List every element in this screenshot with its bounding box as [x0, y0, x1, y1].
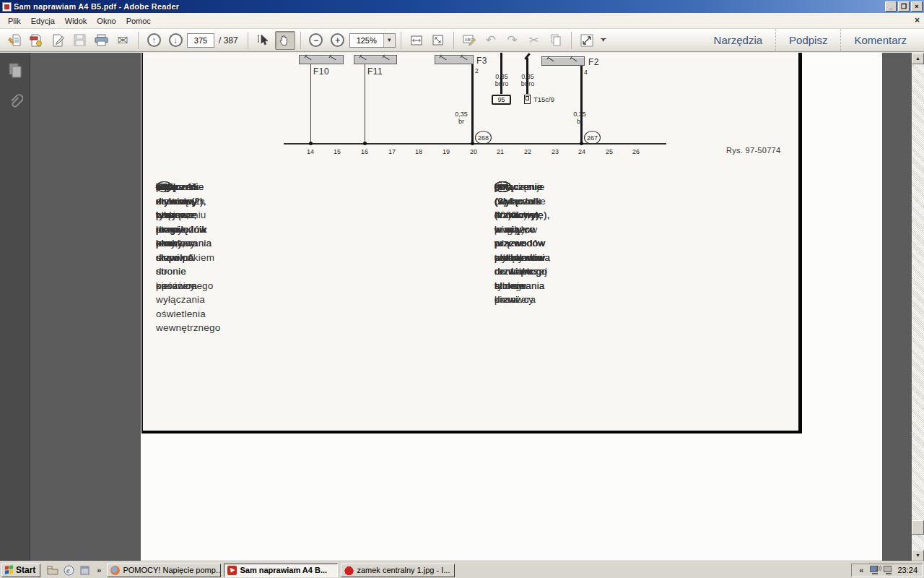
- track-number: 18: [415, 148, 422, 155]
- undo-icon: ↶: [486, 34, 496, 46]
- task-adobe-reader[interactable]: Sam naprawiam A4 B...: [224, 564, 338, 577]
- track-number: 22: [524, 148, 531, 155]
- window-title: Sam naprawiam A4 B5.pdf - Adobe Reader: [14, 2, 884, 11]
- pin-label-f3: 2: [475, 67, 479, 74]
- close-button[interactable]: ×: [911, 1, 923, 12]
- track-number: 21: [497, 148, 504, 155]
- komentarz-button[interactable]: Komentarz: [840, 29, 920, 51]
- cut-icon: ✂: [529, 35, 539, 46]
- menu-pomoc[interactable]: Pomoc: [121, 14, 156, 27]
- attachments-panel-button[interactable]: [4, 92, 26, 113]
- browser-icon[interactable]: e: [62, 564, 75, 577]
- pdf-icon: [227, 566, 237, 575]
- spellcheck-button[interactable]: ABC: [459, 31, 479, 50]
- menu-widok[interactable]: Widok: [60, 14, 92, 27]
- svg-text:e: e: [66, 566, 70, 574]
- menu-okno[interactable]: Okno: [92, 14, 121, 27]
- title-bar: Sam naprawiam A4 B5.pdf - Adobe Reader _…: [0, 0, 924, 13]
- zoom-level-select[interactable]: 125% ▼: [349, 33, 396, 48]
- track-number: 26: [632, 148, 640, 155]
- network-icon[interactable]: ))): [870, 566, 880, 574]
- save-icon: [74, 34, 86, 46]
- undo-button[interactable]: ↶: [481, 31, 501, 50]
- pages-panel-button[interactable]: [4, 60, 26, 82]
- toolbar-separator: [138, 32, 139, 49]
- start-button-label: Start: [16, 565, 35, 575]
- taskbar: Start e » POMOCY! Napięcie pomp... Sam n…: [0, 561, 924, 578]
- create-pdf-button[interactable]: [26, 31, 46, 50]
- fit-width-icon: [410, 35, 423, 46]
- toolbar-separator: [300, 32, 301, 49]
- open-file-icon: [8, 34, 22, 47]
- cut-button[interactable]: ✂: [524, 31, 544, 50]
- zoom-in-button[interactable]: +: [328, 31, 348, 50]
- zoom-out-icon: −: [309, 33, 323, 47]
- toolbar-overflow-caret[interactable]: ▼: [598, 32, 609, 49]
- scroll-up-button[interactable]: ▲: [912, 53, 924, 64]
- spellcheck-icon: ABC: [463, 34, 476, 46]
- hand-tool-button[interactable]: [275, 31, 295, 50]
- zoom-dropdown-icon[interactable]: ▼: [383, 34, 395, 47]
- folder-icon[interactable]: [46, 564, 59, 577]
- page-total-label: / 387: [219, 35, 238, 46]
- fit-page-button[interactable]: [428, 31, 448, 50]
- print-button[interactable]: [91, 31, 111, 50]
- close-document-icon[interactable]: ×: [915, 15, 920, 25]
- menu-bar: Plik Edycja Widok Okno Pomoc ×: [0, 13, 924, 29]
- menu-plik[interactable]: Plik: [3, 14, 26, 27]
- quick-launch-overflow-icon[interactable]: »: [97, 566, 101, 574]
- irfanview-icon: [344, 566, 354, 575]
- next-page-button[interactable]: ↓: [165, 31, 186, 50]
- task-image-viewer[interactable]: zamek centralny 1.jpg - I...: [341, 564, 455, 577]
- track-number: 24: [578, 148, 585, 155]
- display-icon[interactable]: [884, 566, 894, 574]
- page-number-input[interactable]: [187, 33, 214, 48]
- tray-clock: 23:24: [897, 566, 918, 574]
- email-button[interactable]: ✉: [113, 31, 133, 50]
- podpisz-button[interactable]: Podpisz: [775, 29, 840, 51]
- fit-width-button[interactable]: [406, 31, 427, 50]
- redo-button[interactable]: ↷: [502, 31, 523, 50]
- scroll-down-button[interactable]: ▼: [912, 550, 924, 561]
- fullscreen-button[interactable]: [577, 31, 597, 50]
- tray-chevron-icon[interactable]: «: [859, 566, 863, 574]
- page-down-icon: ↓: [169, 33, 183, 47]
- scrollbar-thumb[interactable]: [912, 520, 924, 535]
- app-icon[interactable]: [78, 564, 91, 577]
- zoom-in-icon: +: [331, 33, 344, 47]
- node-95: 95: [492, 95, 511, 105]
- paperclip-icon: [7, 93, 23, 112]
- task-firefox[interactable]: POMOCY! Napięcie pomp...: [107, 564, 221, 577]
- track-number: 19: [443, 148, 450, 155]
- save-button[interactable]: [69, 31, 90, 50]
- component-label-f11: F11: [367, 66, 383, 77]
- document-area[interactable]: F10 F11 F3 F2 2 0,35 br 268 0,35 br/ro 9…: [31, 53, 912, 561]
- open-file-button[interactable]: [4, 31, 25, 50]
- junction-dot: [309, 142, 313, 145]
- toolbar-separator: [248, 32, 248, 49]
- select-tool-button[interactable]: [253, 31, 274, 50]
- vertical-scrollbar[interactable]: ▲ ▼: [912, 53, 924, 561]
- connector-box-f11: [354, 55, 397, 64]
- track-number: 23: [552, 148, 559, 155]
- menu-edycja[interactable]: Edycja: [26, 14, 60, 27]
- firefox-icon: [110, 566, 120, 575]
- previous-page-button[interactable]: ↑: [144, 31, 164, 50]
- zoom-level-value: 125%: [350, 36, 383, 45]
- track-number: 20: [470, 148, 477, 155]
- fullscreen-icon: [580, 34, 593, 47]
- minimize-button[interactable]: _: [885, 1, 897, 12]
- copy-button[interactable]: [546, 31, 566, 50]
- ground-label-268: 268: [478, 134, 489, 142]
- toolbar-right-group: Narzędzia Podpisz Komentarz: [701, 29, 920, 51]
- track-number: 25: [606, 148, 613, 155]
- t15c9-label: T15c/9: [533, 95, 554, 103]
- zoom-out-button[interactable]: −: [306, 31, 326, 50]
- restore-button[interactable]: ❐: [898, 1, 910, 12]
- start-button[interactable]: Start: [1, 564, 40, 577]
- create-pdf-icon: [30, 34, 43, 47]
- sign-document-button[interactable]: [48, 31, 68, 50]
- pages-icon: [7, 62, 23, 79]
- pdf-page: F10 F11 F3 F2 2 0,35 br 268 0,35 br/ro 9…: [141, 53, 882, 561]
- narzedzia-button[interactable]: Narzędzia: [701, 29, 776, 51]
